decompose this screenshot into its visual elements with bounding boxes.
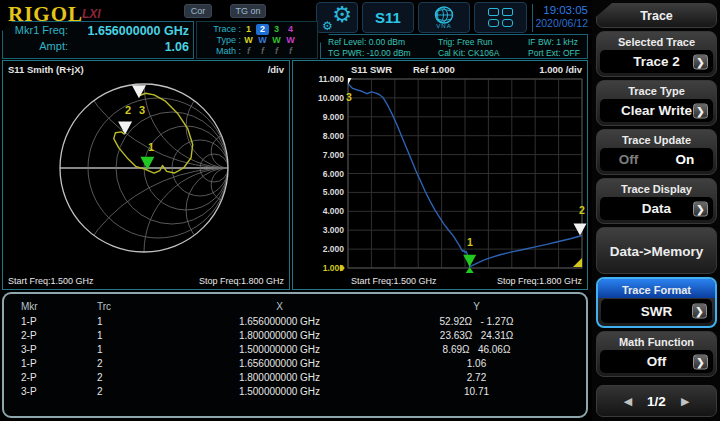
col-x: X (192, 301, 367, 312)
col-y: Y (367, 301, 586, 312)
smith-marker-label-3: 3 (139, 104, 145, 116)
trace-type-2: W (256, 35, 269, 46)
vna-screen: RIGOL LXI Cor TG on ⚙⚙ S11 VNA 19:03:05 … (0, 0, 720, 421)
swr-stop-freq: Stop Freq:1.800 GHz (497, 276, 582, 286)
trace-math-3: f (270, 46, 283, 57)
trace-indicator-1: 1 (242, 24, 255, 35)
trace-indicator-2: 2 (256, 24, 269, 35)
trace-math-2: f (256, 46, 269, 57)
toggle-on-option[interactable]: On (676, 152, 695, 167)
swr-y-tick: 5.000 (323, 187, 345, 197)
mkr1-freq-value: 1.656000000 GHz (71, 24, 189, 40)
clock: 19:03:05 2020/06/12 (524, 4, 588, 30)
menu-item-label: Trace Display (597, 179, 716, 196)
marker-table-row: 3-P11.500000000 GHz8.69Ω 46.06Ω (4, 342, 586, 356)
menu-item-trace-display[interactable]: Trace DisplayData❯ (596, 178, 717, 224)
tracking-gen-status-badge: TG on (230, 4, 266, 18)
menu-item-label: Selected Trace (597, 32, 716, 49)
swr-y-tick: 8.000 (323, 131, 345, 141)
col-trc: Trc (92, 301, 192, 312)
chevron-right-icon: ❯ (693, 354, 708, 369)
smith-marker-label-2: 2 (125, 104, 131, 116)
swr-marker-label-1: 1 (467, 236, 473, 248)
menu-item-selected-trace[interactable]: Selected TraceTrace 2❯ (596, 31, 717, 77)
menu-item-label: Trace Format (598, 279, 715, 298)
date-text: 2020/06/12 (524, 17, 588, 30)
smith-marker-label-1: 1 (148, 141, 154, 153)
chevron-right-icon: ❯ (693, 103, 708, 118)
swr-y-tick: 6.000 (323, 169, 345, 179)
smith-chart: 123 (3, 61, 291, 289)
trace-math-4: f (284, 46, 297, 57)
swr-marker-label-3: 3 (346, 91, 352, 103)
mkr1-freq-label: Mkr1 Freq: (7, 24, 71, 40)
page-next-icon[interactable]: ▶ (681, 395, 689, 408)
status-port-ext: Port Ext: OFF (528, 48, 587, 59)
swr-y-tick: 9.000 (323, 112, 345, 122)
marker-table-header: Mkr Trc X Y (4, 298, 586, 314)
vna-icon-label: VNA (436, 23, 451, 29)
marker-table-row: 1-P11.656000000 GHz52.92Ω - 1.27Ω (4, 314, 586, 328)
menu-title: Trace (596, 3, 717, 28)
menu-item-value: Trace 2 (633, 54, 680, 69)
menu-item-value: Clear Write (621, 103, 692, 118)
lxi-logo: LXI (82, 7, 101, 21)
menu-item-data-memory[interactable]: Data->Memory (596, 227, 717, 274)
swr-title: S11 SWR (351, 64, 392, 75)
trace-type-3: W (270, 35, 283, 46)
four-windows-icon (488, 8, 513, 27)
trace-indicator-3: 3 (270, 24, 283, 35)
menu-item-math-function[interactable]: Math FunctionOff❯ (596, 331, 717, 377)
s-parameter-button[interactable]: S11 (362, 2, 414, 33)
swr-marker-label-2: 2 (579, 204, 585, 216)
page-prev-icon[interactable]: ◀ (624, 395, 632, 408)
menu-item-value: Off (647, 354, 667, 369)
menu-item-label: Data->Memory (597, 242, 716, 259)
swr-y-tick: 7.000 (323, 150, 345, 160)
menu-item-label: Trace Update (597, 130, 716, 147)
trace-row-label: Trace : (201, 24, 241, 35)
smith-stop-freq: Stop Freq:1.800 GHz (199, 276, 284, 286)
menu-page-control[interactable]: ◀1/2▶ (596, 385, 717, 417)
menu-item-trace-type[interactable]: Trace TypeClear Write❯ (596, 80, 717, 126)
col-mkr: Mkr (4, 301, 92, 312)
menu-item-label: Math Function (597, 332, 716, 349)
status-ref-level: Ref Level: 0.00 dBm (328, 37, 438, 48)
trace-status-box: Trace :1234 Type :WWWW Math :ffff (196, 21, 318, 59)
swr-scale-label: 1.000 /div (539, 64, 582, 75)
smith-marker-3[interactable] (132, 85, 146, 98)
page-number: 1/2 (647, 394, 666, 409)
swr-y-tick: 10.000 (318, 93, 344, 103)
menu-item-trace-update[interactable]: Trace UpdateOffOn (596, 129, 717, 175)
menu-item-trace-format[interactable]: Trace FormatSWR❯ (596, 277, 717, 328)
trace-numbers: 1234 (241, 24, 297, 35)
swr-y-tick: 3.000 (323, 225, 345, 235)
swr-y-tick: 2.000 (323, 244, 345, 254)
mkr1-ampt-value: 1.06 (71, 40, 189, 56)
chevron-right-icon: ❯ (692, 304, 707, 319)
chevron-right-icon: ❯ (693, 54, 708, 69)
swr-ref-label: Ref 1.000 (413, 64, 455, 75)
menu-item-label: Trace Type (597, 81, 716, 98)
menu-item-value: Data (642, 201, 671, 216)
status-tg-pwr: TG PWR: -10.00 dBm (328, 48, 438, 59)
trace-math-1: f (242, 46, 255, 57)
vna-mode-button[interactable]: VNA (418, 2, 470, 33)
smith-chart-panel: 123 S11 Smith (R+jX) /div Start Freq:1.5… (2, 60, 290, 290)
status-if-bw: IF BW: 1 kHz (528, 37, 587, 48)
smith-scale-label: /div (268, 64, 284, 75)
smith-start-freq: Start Freq:1.500 GHz (8, 276, 94, 286)
window-layout-button[interactable] (474, 2, 527, 33)
marker-table: Mkr Trc X Y 1-P11.656000000 GHz52.92Ω - … (2, 292, 588, 418)
swr-start-freq: Start Freq:1.500 GHz (351, 276, 437, 286)
swr-marker-2[interactable] (574, 223, 587, 235)
trace-indicator-4: 4 (284, 24, 297, 35)
math-row-label: Math : (201, 46, 241, 57)
smith-title: S11 Smith (R+jX) (8, 64, 84, 75)
trace-type-4: W (284, 35, 297, 46)
toggle-off-option[interactable]: Off (619, 152, 639, 167)
vna-globe-icon (431, 6, 457, 24)
swr-y-tick: 11.000 (318, 74, 344, 84)
system-settings-button[interactable]: ⚙⚙ (316, 2, 358, 33)
status-trig: Trig: Free Run (438, 37, 528, 48)
